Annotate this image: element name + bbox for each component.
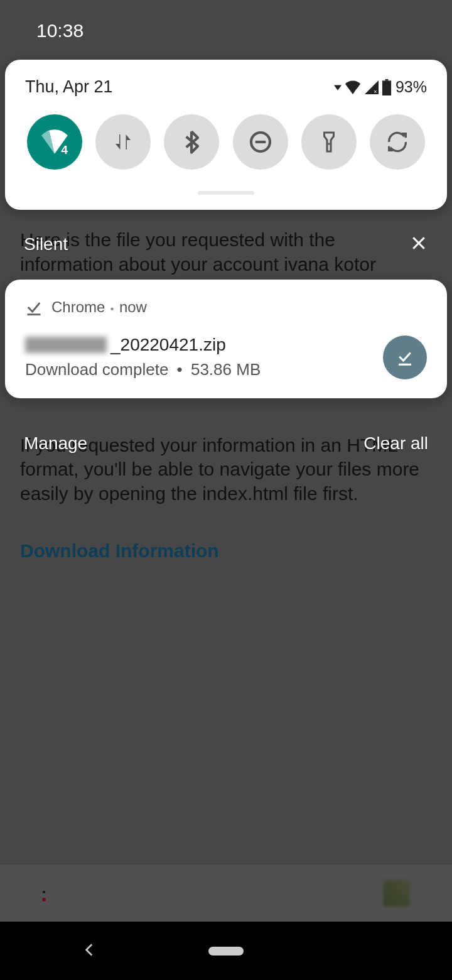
wifi-icon: 4 xyxy=(344,80,362,94)
qs-auto-rotate-toggle[interactable] xyxy=(370,114,425,170)
cellular-icon: × xyxy=(364,80,379,94)
clear-all-button[interactable]: Clear all xyxy=(363,433,428,454)
notification-app-line: Chrome • now xyxy=(51,298,147,316)
data-arrows-icon xyxy=(112,131,134,153)
redacted-filename-prefix xyxy=(25,337,107,353)
download-notification[interactable]: Chrome • now _20220421.zip Download comp… xyxy=(5,280,447,398)
battery-icon xyxy=(382,79,392,95)
download-check-icon xyxy=(25,298,43,316)
system-home-pill[interactable] xyxy=(208,947,244,956)
qs-drag-handle[interactable] xyxy=(198,191,254,195)
notification-body: _20220421.zip Download complete • 53.86 … xyxy=(25,335,427,379)
qs-wifi-toggle[interactable]: 4 xyxy=(27,114,82,170)
close-icon xyxy=(409,234,428,253)
rotate-icon xyxy=(385,129,410,155)
check-underline-icon xyxy=(396,348,414,367)
notification-status: Download complete xyxy=(25,360,168,379)
qs-status-icons: 4 × 93% xyxy=(334,78,427,96)
status-bar-time: 10:38 xyxy=(36,20,83,41)
bluetooth-icon xyxy=(179,129,204,155)
qs-dnd-toggle[interactable] xyxy=(233,114,288,170)
svg-rect-8 xyxy=(382,80,391,95)
system-back-button[interactable] xyxy=(82,942,98,961)
qs-mobile-data-toggle[interactable] xyxy=(95,114,151,170)
flashlight-icon xyxy=(318,131,340,153)
dnd-icon xyxy=(248,129,273,155)
triangle-down-icon xyxy=(334,84,342,91)
battery-percentage: 93% xyxy=(396,78,427,96)
notification-text: _20220421.zip Download complete • 53.86 … xyxy=(25,335,370,379)
notification-filename: _20220421.zip xyxy=(25,335,370,355)
qs-header: Thu, Apr 21 4 × 93% xyxy=(5,77,447,114)
chevron-left-icon xyxy=(82,942,98,958)
notification-size: 53.86 MB xyxy=(191,360,261,379)
quick-settings-panel: Thu, Apr 21 4 × 93% 4 xyxy=(5,60,447,210)
notification-section-header: Silent xyxy=(5,234,447,255)
system-navigation-bar xyxy=(0,922,452,980)
notification-status-line: Download complete • 53.86 MB xyxy=(25,360,370,379)
qs-toggle-row: 4 xyxy=(5,114,447,170)
svg-rect-7 xyxy=(385,79,389,80)
wifi-icon: 4 xyxy=(39,126,70,158)
qs-date: Thu, Apr 21 xyxy=(25,77,113,97)
svg-text:4: 4 xyxy=(355,86,358,93)
open-download-button[interactable] xyxy=(383,335,427,379)
notification-header: Chrome • now xyxy=(25,298,427,316)
notification-app-name: Chrome xyxy=(51,298,105,315)
qs-bluetooth-toggle[interactable] xyxy=(164,114,219,170)
shade-action-row: Manage Clear all xyxy=(5,433,447,454)
qs-flashlight-toggle[interactable] xyxy=(301,114,357,170)
dismiss-section-button[interactable] xyxy=(409,234,428,255)
svg-text:×: × xyxy=(374,88,377,94)
svg-text:4: 4 xyxy=(61,143,68,156)
manage-button[interactable]: Manage xyxy=(24,433,87,454)
notification-time: now xyxy=(119,298,147,315)
silent-label: Silent xyxy=(24,234,68,254)
